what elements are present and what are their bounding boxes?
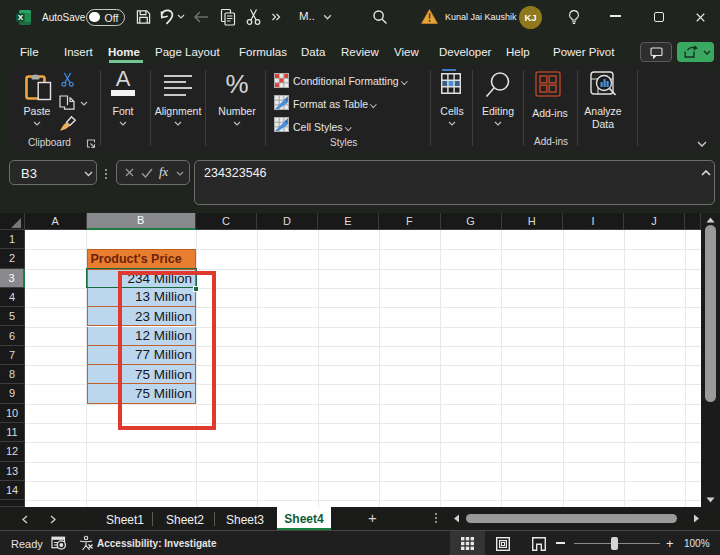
svg-text:X: X [18, 13, 24, 22]
